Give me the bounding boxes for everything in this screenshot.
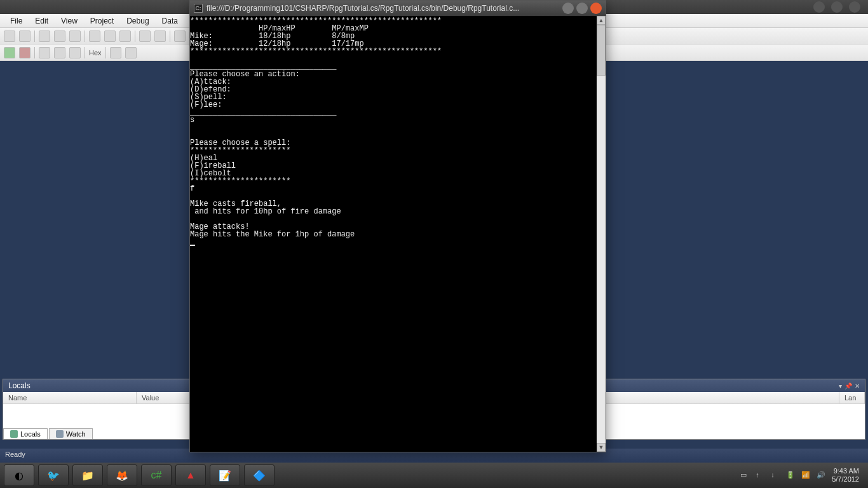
cut-icon[interactable] — [89, 30, 100, 42]
scroll-track[interactable] — [597, 25, 606, 443]
copy-icon[interactable] — [104, 30, 116, 42]
console-output[interactable]: ****************************************… — [190, 16, 597, 452]
close-icon[interactable]: ✕ — [855, 383, 860, 390]
watch-tab-icon — [56, 430, 64, 438]
maximize-button[interactable] — [576, 3, 588, 14]
wifi-icon[interactable]: 📶 — [801, 471, 810, 480]
redo-icon[interactable] — [154, 30, 166, 42]
menu-debug[interactable]: Debug — [120, 17, 155, 25]
network-down-icon[interactable]: ↓ — [771, 471, 780, 480]
task-pdf-icon[interactable]: ▲ — [175, 464, 206, 486]
toolbar-separator — [34, 47, 35, 58]
save-all-icon[interactable] — [69, 30, 81, 42]
hex-toggle[interactable]: Hex — [89, 49, 102, 57]
task-csharp-icon[interactable]: c# — [141, 464, 172, 486]
save-icon[interactable] — [54, 30, 65, 42]
start-debug-icon[interactable] — [174, 30, 186, 42]
open-file-icon[interactable] — [39, 30, 50, 42]
panel-button[interactable] — [849, 1, 860, 13]
clock-date: 5/7/2012 — [832, 475, 859, 484]
menu-edit[interactable]: Edit — [29, 17, 55, 25]
pin-icon[interactable]: 📌 — [844, 383, 852, 390]
task-app-icon[interactable]: 🔷 — [244, 464, 275, 486]
console-titlebar[interactable]: C: file:///D:/Programming101/CSHARP/RpgT… — [190, 1, 606, 16]
network-up-icon[interactable]: ↑ — [756, 471, 764, 480]
toolbar-separator — [85, 30, 85, 42]
paste-icon[interactable] — [119, 30, 131, 42]
stop-icon[interactable] — [19, 47, 31, 58]
toolbar-separator — [135, 30, 135, 42]
toolbar-button[interactable] — [125, 47, 137, 58]
console-title-text: file:///D:/Programming101/CSHARP/RpgTuto… — [207, 4, 559, 13]
scroll-down-icon[interactable]: ▼ — [597, 443, 606, 452]
locals-tab-icon — [10, 430, 18, 438]
scroll-thumb[interactable] — [597, 25, 606, 76]
tray-icon[interactable]: ▭ — [740, 471, 749, 480]
toolbar-separator — [170, 30, 170, 42]
clock[interactable]: 9:43 AM 5/7/2012 — [832, 467, 859, 484]
status-text: Ready — [5, 451, 25, 458]
console-window: C: file:///D:/Programming101/CSHARP/RpgT… — [189, 0, 606, 452]
menu-data[interactable]: Data — [156, 17, 184, 25]
ubuntu-dash-icon[interactable]: ◐ — [4, 464, 34, 486]
toolbar-button[interactable] — [110, 47, 121, 58]
column-name[interactable]: Name — [3, 392, 137, 403]
toolbar-separator — [34, 30, 35, 42]
menu-project[interactable]: Project — [84, 17, 120, 25]
panel-button[interactable] — [831, 1, 843, 13]
panel-button[interactable] — [813, 1, 825, 13]
console-app-icon: C: — [194, 4, 203, 13]
column-language[interactable]: Lan — [839, 392, 865, 403]
undo-icon[interactable] — [139, 30, 151, 42]
task-files-icon[interactable]: 📁 — [72, 464, 103, 486]
toolbar-separator — [105, 47, 106, 58]
locals-title-label: Locals — [8, 381, 31, 390]
play-icon[interactable] — [4, 47, 15, 58]
clock-time: 9:43 AM — [832, 467, 859, 475]
tab-locals-label: Locals — [20, 430, 41, 438]
add-item-icon[interactable] — [19, 30, 31, 42]
volume-icon[interactable]: 🔊 — [817, 471, 825, 480]
toolbar-separator — [85, 47, 85, 58]
close-button[interactable] — [590, 3, 602, 14]
tab-watch[interactable]: Watch — [49, 428, 93, 439]
step-over-icon[interactable] — [39, 47, 50, 58]
step-out-icon[interactable] — [69, 47, 81, 58]
system-tray: ▭ ↑ ↓ 🔋 📶 🔊 9:43 AM 5/7/2012 — [740, 467, 864, 484]
menu-view[interactable]: View — [55, 17, 84, 25]
tab-locals[interactable]: Locals — [3, 428, 48, 439]
minimize-button[interactable] — [562, 3, 574, 14]
console-scrollbar[interactable]: ▲ ▼ — [597, 16, 606, 452]
step-into-icon[interactable] — [54, 47, 65, 58]
scroll-up-icon[interactable]: ▲ — [597, 16, 606, 25]
debug-panel-tabs: Locals Watch — [3, 428, 94, 439]
tab-watch-label: Watch — [66, 430, 86, 438]
task-editor-icon[interactable]: 📝 — [210, 464, 240, 486]
task-firefox-icon[interactable]: 🦊 — [107, 464, 137, 486]
menu-file[interactable]: File — [4, 17, 29, 25]
task-pidgin-icon[interactable]: 🐦 — [38, 464, 69, 486]
battery-icon[interactable]: 🔋 — [786, 471, 795, 480]
new-project-icon[interactable] — [4, 30, 15, 42]
dropdown-icon[interactable]: ▾ — [839, 383, 842, 390]
taskbar: ◐ 🐦 📁 🦊 c# ▲ 📝 🔷 ▭ ↑ ↓ 🔋 📶 🔊 9:43 AM 5/7… — [0, 463, 868, 488]
